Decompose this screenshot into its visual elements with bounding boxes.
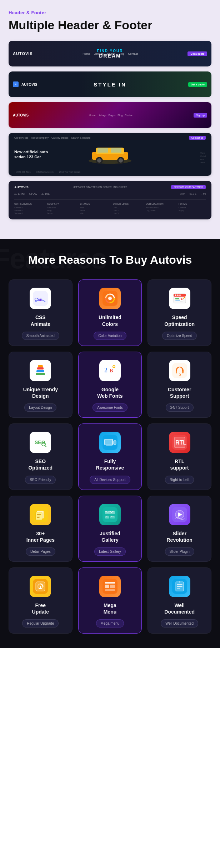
feature-free-update: FreeUpdate Regular Upgrade (9, 567, 72, 634)
header-card-2: ≡ AUTOVIS STYLE IN Get a quote (9, 71, 211, 97)
feature-justified-gallery: JustifiedGallery Latest Gallery (78, 496, 142, 562)
card1-logo: AUTOVIS (13, 51, 33, 56)
unlimited-colors-badge: Color Variation (94, 332, 126, 340)
svg-rect-42 (106, 445, 112, 446)
feature-rtl-support: RTL RTLsupport Right-to-Left (148, 423, 211, 490)
card2-logo: AUTOVIS (21, 83, 37, 86)
card3-nav: Home Listings Pages Blog Contact (89, 114, 133, 116)
unlimited-colors-name: UnlimitedColors (84, 314, 136, 327)
inner-pages-badge: Detail Pages (26, 547, 55, 556)
google-fonts-icon: 2 B (99, 360, 121, 381)
top-section: Header & Footer Multiple Header & Footer… (0, 0, 220, 239)
svg-rect-54 (102, 507, 118, 522)
svg-rect-25 (37, 367, 44, 369)
customer-support-icon (169, 360, 190, 381)
svg-rect-8 (111, 148, 121, 153)
svg-point-4 (97, 158, 101, 163)
google-fonts-badge: Awesome Fonts (92, 403, 128, 412)
well-documented-name: WellDocumented (154, 602, 205, 615)
unlimited-colors-icon (99, 288, 121, 309)
card2-hero-text: STYLE IN (94, 81, 126, 88)
fully-responsive-name: FullyResponsive (84, 458, 136, 471)
header-card-1: AUTOVIS Home Listings Pages Blog Contact… (9, 41, 211, 66)
feature-speed-optimization: SpeedOptimization Optimize Speed (148, 279, 211, 346)
seo-optimized-name: SEOOptimized (15, 458, 66, 471)
slider-revolution-name: SliderRevolution (154, 530, 205, 543)
feature-customer-support: CustomerSupport 24/7 Suport (148, 352, 211, 418)
header-card-3: AUTOVIS Home Listings Pages Blog Contact… (9, 102, 211, 128)
header-card-4: Our services About company Cars by brand… (9, 133, 211, 176)
svg-rect-33 (176, 371, 177, 373)
feature-well-documented: WellDocumented Well Documented (148, 567, 211, 634)
svg-rect-67 (105, 582, 115, 584)
svg-rect-70 (105, 589, 115, 591)
feature-unlimited-colors: UnlimitedColors Color Variation (78, 279, 142, 346)
svg-rect-68 (105, 585, 109, 588)
free-update-badge: Regular Upgrade (22, 619, 59, 628)
card1-cta-button[interactable]: Get a quote (188, 51, 207, 56)
free-update-name: FreeUpdate (15, 602, 66, 615)
feature-css-animate: CSS CSSAnimate Smooth Animated (9, 279, 72, 346)
svg-point-6 (119, 158, 123, 163)
svg-point-14 (108, 297, 112, 300)
speed-optimization-name: SpeedOptimization (154, 314, 205, 327)
svg-point-31 (113, 366, 115, 367)
google-fonts-name: GoogleWeb Fonts (84, 386, 136, 399)
well-documented-icon (169, 576, 190, 597)
feature-seo-optimized: SEO SEOOptimized SEO-Friendly (9, 423, 72, 490)
seo-optimized-icon: SEO (30, 432, 51, 453)
svg-point-18 (175, 294, 176, 296)
slider-revolution-badge: Slider Plugin (165, 547, 194, 556)
card2-cta-button[interactable]: Get a quote (188, 82, 207, 87)
mega-menu-name: MegaMenu (84, 602, 136, 615)
header-card-5: AUTOVIS LET'S GET STARTED ON SOMETHING G… (9, 181, 211, 219)
svg-point-19 (177, 294, 179, 296)
inner-pages-name: 30+Inner Pages (15, 530, 66, 543)
rtl-support-name: RTLsupport (154, 458, 205, 471)
customer-support-badge: 24/7 Suport (166, 403, 194, 412)
svg-rect-44 (114, 444, 115, 444)
svg-point-11 (39, 299, 41, 301)
svg-text:RTL: RTL (175, 440, 186, 446)
unique-trendy-badge: Layout Design (24, 403, 56, 412)
speed-optimization-badge: Optimize Speed (162, 332, 197, 340)
css-animate-badge: Smooth Animated (22, 332, 59, 340)
svg-text:2: 2 (104, 367, 108, 374)
svg-point-56 (105, 511, 107, 512)
feature-inner-pages: 30+Inner Pages Detail Pages (9, 496, 72, 562)
speed-optimization-icon (169, 288, 190, 309)
feature-mega-menu: MegaMenu Mega menu (78, 567, 142, 634)
justified-gallery-badge: Latest Gallery (94, 547, 126, 556)
unique-trendy-icon (30, 360, 51, 381)
svg-rect-69 (110, 585, 115, 588)
bottom-section-title: More Reasons To Buy Autovis (9, 253, 211, 267)
svg-text:B: B (110, 368, 113, 373)
mega-menu-icon (99, 576, 121, 597)
css-animate-icon: CSS (30, 288, 51, 309)
card5-brands: 🏷 AUDI 🏷 VW 🏷 KIA 2 hr. 59.0 L -- mi (14, 193, 206, 196)
card1-hero: FIND YOUR DREAM (97, 49, 123, 59)
slider-revolution-icon (169, 504, 190, 525)
section-title: Multiple Header & Footer (9, 18, 211, 32)
inner-pages-icon (30, 504, 51, 525)
feature-slider-revolution: SliderRevolution Slider Plugin (148, 496, 211, 562)
rtl-support-badge: Right-to-Left (165, 476, 194, 484)
bottom-section: Features More Reasons To Buy Autovis CSS… (0, 239, 220, 648)
svg-rect-7 (98, 148, 108, 153)
svg-rect-34 (182, 371, 184, 373)
free-update-icon (30, 576, 51, 597)
features-grid: CSS CSSAnimate Smooth Animated (9, 279, 211, 634)
justified-gallery-icon (99, 504, 121, 525)
svg-rect-26 (38, 365, 43, 367)
css-animate-name: CSSAnimate (15, 314, 66, 327)
svg-rect-23 (36, 373, 45, 375)
unique-trendy-name: Unique TrendyDesign (15, 386, 66, 399)
svg-rect-41 (105, 440, 112, 444)
fully-responsive-badge: All Devices Support (90, 476, 130, 484)
fully-responsive-icon (99, 432, 121, 453)
feature-unique-trendy: Unique TrendyDesign Layout Design (9, 352, 72, 418)
well-documented-badge: Well Documented (161, 619, 198, 628)
feature-google-fonts: 2 B GoogleWeb Fonts Awesome Fonts (78, 352, 142, 418)
section-label: Header & Footer (9, 10, 211, 15)
card3-cta-button[interactable]: Sign up (194, 113, 207, 118)
